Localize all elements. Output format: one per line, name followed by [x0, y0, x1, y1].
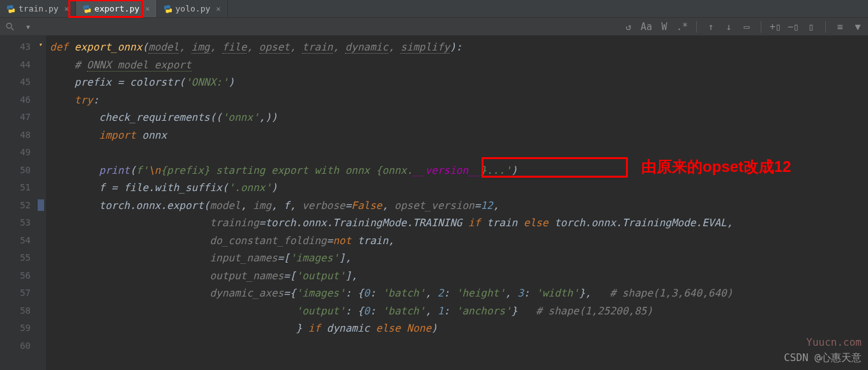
watermark-yuucn: Yuucn.com — [806, 336, 862, 348]
python-file-icon — [82, 4, 91, 13]
tab-bar: train.py × export.py × yolo.py × — [0, 0, 868, 18]
search-icon[interactable] — [5, 22, 15, 32]
code-editor[interactable]: 434445464748495051525354555657585960 ▾ d… — [0, 36, 868, 370]
prev-match-icon[interactable]: ↑ — [706, 22, 716, 32]
line-number: 56 — [0, 267, 31, 285]
line-number: 43 — [0, 38, 31, 56]
chevron-down-icon[interactable]: ▾ — [23, 22, 33, 32]
fold-column: ▾ — [37, 36, 46, 370]
line-gutter: 434445464748495051525354555657585960 — [0, 36, 37, 370]
toggle-selection-icon[interactable]: ▯ — [806, 22, 816, 32]
match-case-icon[interactable]: Aa — [641, 22, 651, 32]
tab-label: yolo.py — [176, 4, 211, 13]
history-icon[interactable]: ↺ — [623, 22, 634, 32]
line-number: 54 — [0, 232, 31, 250]
python-file-icon — [6, 4, 15, 13]
words-icon[interactable]: W — [659, 22, 669, 32]
add-selection-icon[interactable]: +▯ — [770, 22, 780, 32]
svg-point-0 — [6, 23, 11, 28]
settings-icon[interactable]: ≡ — [835, 22, 845, 32]
tab-yolo[interactable]: yolo.py × — [157, 0, 228, 17]
line-number: 44 — [0, 56, 31, 74]
remove-selection-icon[interactable]: −▯ — [788, 22, 798, 32]
tab-label: export.py — [95, 4, 139, 13]
select-all-icon[interactable]: ▭ — [742, 22, 752, 32]
search-toolbar: ▾ ↺ Aa W .* ↑ ↓ ▭ +▯ −▯ ▯ ≡ ▼ — [0, 18, 868, 36]
caret-row-marker — [38, 199, 44, 211]
line-number: 50 — [0, 162, 31, 180]
svg-line-1 — [11, 27, 14, 30]
python-file-icon — [164, 4, 172, 13]
close-icon[interactable]: × — [216, 4, 220, 13]
line-number: 58 — [0, 302, 31, 320]
line-number: 46 — [0, 91, 31, 109]
line-number: 53 — [0, 214, 31, 232]
tab-train[interactable]: train.py × — [0, 0, 76, 17]
watermark-csdn: CSDN @心惠天意 — [784, 351, 862, 365]
search-input[interactable] — [41, 19, 347, 35]
annotation-text: 由原来的opset改成12 — [641, 157, 791, 176]
next-match-icon[interactable]: ↓ — [724, 22, 734, 32]
regex-icon[interactable]: .* — [677, 22, 687, 32]
line-number: 52 — [0, 197, 31, 215]
tab-export[interactable]: export.py × — [76, 0, 157, 17]
line-number: 60 — [0, 337, 31, 355]
line-number: 45 — [0, 73, 31, 91]
filter-icon[interactable]: ▼ — [853, 22, 863, 32]
close-icon[interactable]: × — [65, 4, 69, 13]
tab-label: train.py — [19, 4, 59, 13]
fold-collapse-icon[interactable]: ▾ — [38, 41, 45, 47]
line-number: 48 — [0, 127, 31, 144]
line-number: 55 — [0, 249, 31, 267]
code-area[interactable]: def export_onnx(model, img, file, opset,… — [46, 36, 733, 370]
line-number: 49 — [0, 144, 31, 162]
line-number: 47 — [0, 109, 31, 127]
close-icon[interactable]: × — [145, 4, 149, 13]
line-number: 51 — [0, 179, 31, 197]
line-number: 59 — [0, 320, 31, 337]
line-number: 57 — [0, 284, 31, 302]
